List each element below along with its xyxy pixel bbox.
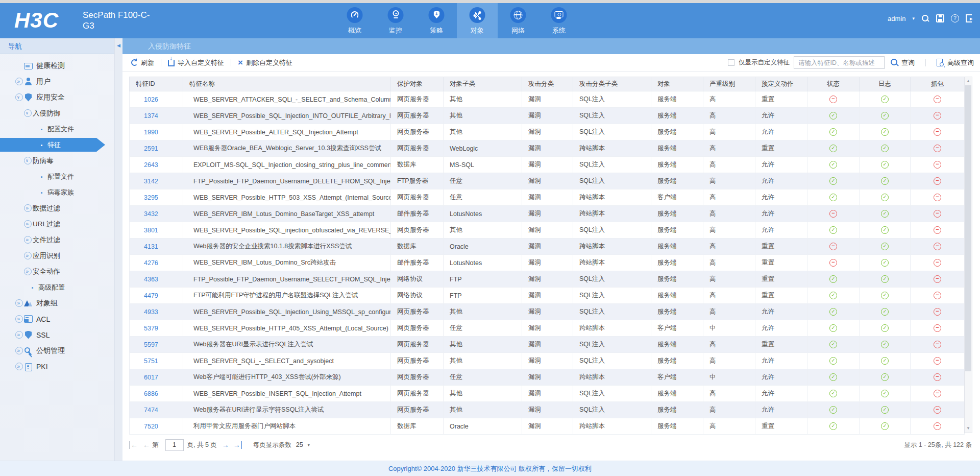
refresh-button[interactable]: 刷新 — [129, 58, 156, 67]
signature-id-link[interactable]: 3801 — [144, 227, 158, 234]
collapse-sidebar-icon[interactable]: ◀ — [115, 43, 122, 48]
signature-id-link[interactable]: 3295 — [144, 194, 158, 201]
expand-icon[interactable] — [15, 347, 24, 354]
expand-icon[interactable] — [15, 78, 24, 85]
capture-toggle-icon[interactable] — [934, 145, 941, 152]
nav-tile-objects[interactable]: 对象 — [457, 3, 498, 38]
capture-toggle-icon[interactable] — [934, 243, 941, 250]
sidebar-item[interactable]: 文件过滤 — [0, 232, 114, 248]
table-row[interactable]: 4479 FTP可能利用FTP守护进程的用户名联盟选择SQL注入尝试 网络协议 … — [130, 288, 965, 304]
capture-toggle-icon[interactable] — [934, 112, 941, 120]
sidebar-item[interactable]: PKI — [0, 359, 114, 374]
signature-search-input[interactable] — [794, 56, 885, 69]
signature-id-link[interactable]: 6886 — [144, 390, 158, 397]
log-toggle-icon[interactable] — [881, 373, 889, 381]
sidebar-item[interactable]: 数据过滤 — [0, 200, 114, 216]
capture-toggle-icon[interactable] — [934, 357, 941, 365]
signature-id-link[interactable]: 4131 — [144, 243, 158, 250]
capture-toggle-icon[interactable] — [934, 194, 941, 201]
log-toggle-icon[interactable] — [881, 324, 889, 332]
expand-icon[interactable] — [15, 315, 24, 323]
expand-icon[interactable] — [39, 188, 47, 196]
status-toggle-icon[interactable] — [829, 275, 837, 283]
table-row[interactable]: 5379 WEB_SERVER_Possible_HTTP_405_XSS_At… — [130, 320, 965, 337]
status-toggle-icon[interactable] — [829, 259, 837, 267]
signature-id-link[interactable]: 5379 — [144, 325, 158, 332]
sidebar-item[interactable]: 特征 — [0, 137, 114, 153]
status-toggle-icon[interactable] — [829, 292, 837, 299]
expand-icon[interactable] — [24, 109, 33, 117]
status-toggle-icon[interactable] — [829, 406, 837, 414]
capture-toggle-icon[interactable] — [934, 128, 941, 136]
log-toggle-icon[interactable] — [881, 112, 889, 120]
signature-id-link[interactable]: 1990 — [144, 129, 158, 136]
table-row[interactable]: 7474 Web服务器在URI进行显示字符SSQL注入尝试 网页服务器 其他 漏… — [130, 402, 965, 418]
signature-id-link[interactable]: 4479 — [144, 292, 158, 299]
sidebar-item[interactable]: 应用识别 — [0, 248, 114, 264]
column-header[interactable]: 状态 — [807, 77, 860, 91]
capture-toggle-icon[interactable] — [934, 259, 941, 267]
admin-menu[interactable]: admin — [888, 15, 905, 22]
status-toggle-icon[interactable] — [829, 145, 837, 152]
expand-icon[interactable] — [15, 331, 24, 339]
capture-toggle-icon[interactable] — [934, 226, 941, 234]
column-header[interactable]: 抓包 — [911, 77, 965, 91]
column-header[interactable]: 对象子类 — [444, 77, 522, 91]
log-toggle-icon[interactable] — [881, 357, 889, 365]
table-row[interactable]: 3801 WEB_SERVER_Possible_SQL_injection_o… — [130, 222, 965, 239]
sidebar-item[interactable]: 公钥管理 — [0, 343, 114, 359]
nav-tile-network[interactable]: 网络 — [501, 3, 535, 38]
table-row[interactable]: 2591 WEB服务器Oracle_BEA_Weblogic_Server_10… — [130, 140, 965, 157]
column-header[interactable]: 严重级别 — [703, 77, 755, 91]
table-row[interactable]: 6886 WEB_SERVER_Possible_INSERT_SQL_Inje… — [130, 386, 965, 402]
capture-toggle-icon[interactable] — [934, 390, 941, 397]
status-toggle-icon[interactable] — [829, 161, 837, 169]
expand-icon[interactable] — [24, 252, 33, 259]
log-toggle-icon[interactable] — [881, 194, 889, 201]
prev-page-icon[interactable]: ← — [141, 441, 152, 449]
nav-tile-policy[interactable]: 策略 — [420, 3, 453, 38]
table-row[interactable]: 1990 WEB_SERVER_Possible_ALTER_SQL_Injec… — [130, 124, 965, 140]
sidebar-item[interactable]: 安全动作 — [0, 264, 114, 279]
capture-toggle-icon[interactable] — [934, 324, 941, 332]
per-page-caret-icon[interactable]: ▾ — [308, 443, 310, 447]
next-page-icon[interactable]: → — [220, 441, 231, 449]
sidebar-collapse-strip[interactable]: ◀ — [114, 38, 122, 476]
table-row[interactable]: 4276 WEB_SERVER_IBM_Lotus_Domino_Src跨站攻击… — [130, 255, 965, 271]
signature-id-link[interactable]: 3432 — [144, 210, 158, 218]
last-page-icon[interactable]: → — [231, 441, 242, 449]
sidebar-item[interactable]: 病毒家族 — [0, 184, 114, 200]
expand-icon[interactable] — [15, 299, 24, 307]
table-row[interactable]: 3295 WEB_SERVER_Possible_HTTP_503_XSS_At… — [130, 189, 965, 206]
log-toggle-icon[interactable] — [881, 210, 889, 218]
signature-id-link[interactable]: 2591 — [144, 145, 158, 152]
signature-id-link[interactable]: 4276 — [144, 259, 158, 267]
status-toggle-icon[interactable] — [829, 177, 837, 185]
capture-toggle-icon[interactable] — [934, 308, 941, 316]
status-toggle-icon[interactable] — [829, 112, 837, 120]
status-toggle-icon[interactable] — [829, 422, 837, 430]
signature-id-link[interactable]: 7474 — [144, 407, 158, 414]
expand-icon[interactable] — [30, 283, 38, 291]
column-header[interactable]: 对象 — [651, 77, 703, 91]
custom-only-checkbox[interactable] — [728, 59, 734, 66]
capture-toggle-icon[interactable] — [934, 210, 941, 218]
sidebar-item[interactable]: 对象组 — [0, 295, 114, 311]
nav-tile-monitor[interactable]: 监控 — [379, 3, 412, 38]
column-header[interactable]: 特征名称 — [183, 77, 391, 91]
capture-toggle-icon[interactable] — [934, 292, 941, 299]
expand-icon[interactable] — [39, 125, 47, 133]
table-row[interactable]: 2643 EXPLOIT_MS-SQL_SQL_Injection_closin… — [130, 157, 965, 173]
table-row[interactable]: 5597 Web服务器在URI显示表进行SQL注入尝试 网页服务器 其他 漏洞 … — [130, 337, 965, 353]
sidebar-item[interactable]: 配置文件 — [0, 169, 114, 184]
help-icon[interactable] — [951, 14, 959, 22]
table-row[interactable]: 3432 WEB_SERVER_IBM_Lotus_Domino_BaseTar… — [130, 206, 965, 222]
search-icon[interactable] — [921, 14, 929, 22]
status-toggle-icon[interactable] — [829, 226, 837, 234]
logout-icon[interactable] — [966, 14, 972, 22]
status-toggle-icon[interactable] — [829, 308, 837, 316]
signature-id-link[interactable]: 5751 — [144, 358, 158, 365]
table-row[interactable]: 1374 WEB_SERVER_Possible_SQL_Injection_I… — [130, 108, 965, 124]
capture-toggle-icon[interactable] — [934, 422, 941, 430]
status-toggle-icon[interactable] — [829, 194, 837, 201]
